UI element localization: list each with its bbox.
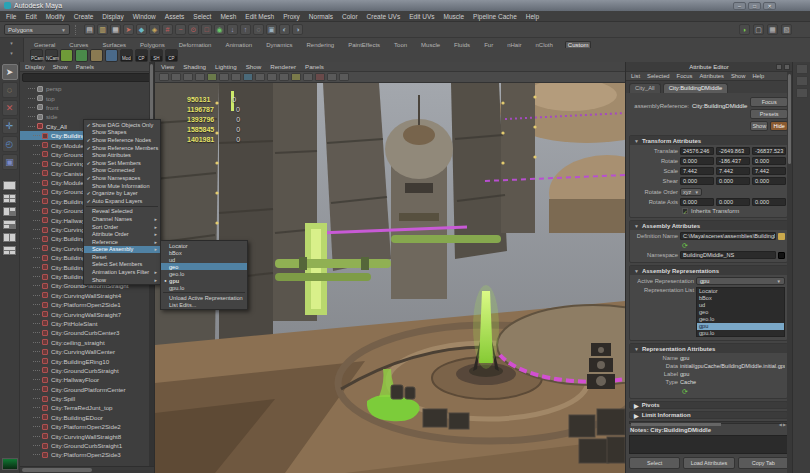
menu-item[interactable]: Create UVs bbox=[367, 13, 401, 20]
viewport-menu-item[interactable]: Shading bbox=[183, 63, 206, 70]
context-menu-item[interactable]: Show Reference Nodes bbox=[84, 136, 160, 144]
shelf-item-button[interactable]: CP bbox=[135, 49, 148, 62]
vp-isolate-select-icon[interactable] bbox=[339, 73, 349, 81]
representation-list-item[interactable]: geo.lo bbox=[697, 316, 784, 323]
outliner-row[interactable]: City:GroundCurbStraight1 bbox=[20, 441, 154, 450]
value-field-x[interactable]: 0.000 bbox=[680, 157, 714, 165]
layout-persp-graph-button[interactable] bbox=[2, 219, 17, 230]
ae-menu-item[interactable]: Focus bbox=[677, 73, 693, 79]
paint-select-tool-icon[interactable]: ✕ bbox=[2, 100, 18, 116]
context-menu-item[interactable]: Scene Assembly bbox=[84, 246, 160, 254]
attribute-editor-toggle-icon[interactable] bbox=[796, 64, 808, 74]
value-field-y[interactable]: 0.000 bbox=[716, 177, 750, 185]
outliner-row[interactable]: City:HallwayFloor bbox=[20, 375, 154, 384]
context-menu-item[interactable]: Show Connected bbox=[84, 167, 160, 175]
context-menu-item[interactable]: Show Set Members bbox=[84, 159, 160, 167]
ae-menu-item[interactable]: Show bbox=[731, 73, 746, 79]
status-icon[interactable]: ~ bbox=[175, 24, 186, 35]
menu-item[interactable]: Window bbox=[133, 13, 156, 20]
context-menu-item[interactable]: Sort Order bbox=[84, 223, 160, 231]
status-icon[interactable]: ↑ bbox=[240, 24, 251, 35]
status-icon[interactable]: ↓ bbox=[227, 24, 238, 35]
layout-four-pane-button[interactable] bbox=[2, 193, 17, 204]
menu-item[interactable]: Assets bbox=[165, 13, 185, 20]
value-field-z[interactable]: 0.000 bbox=[752, 157, 786, 165]
inherits-transform-checkbox[interactable]: ✓ bbox=[682, 208, 688, 214]
value-field-y[interactable]: 7.442 bbox=[716, 167, 750, 175]
outliner-row[interactable]: City:BuildingEDoor bbox=[20, 413, 154, 422]
submenu-item[interactable]: gpu bbox=[161, 277, 247, 284]
submenu-item[interactable]: geo.lo bbox=[161, 270, 247, 277]
ae-horizontal-scrollbar[interactable]: ◀ ▶ bbox=[629, 421, 788, 424]
outliner-menu-item[interactable]: Panels bbox=[76, 64, 94, 70]
outliner-row[interactable]: City:CurvingWallStraight4 bbox=[20, 291, 154, 300]
window-control-button[interactable]: – bbox=[733, 2, 746, 10]
value-field-x[interactable]: 7.442 bbox=[680, 167, 714, 175]
ae-footer-button[interactable]: Select bbox=[629, 457, 680, 469]
presets-button[interactable]: Presets bbox=[750, 109, 788, 119]
menu-item[interactable]: Edit Mesh bbox=[245, 13, 274, 20]
representation-list-item[interactable]: geo bbox=[697, 309, 784, 316]
context-menu-item[interactable]: Show Reference Members bbox=[84, 144, 160, 152]
pin-panel-icon[interactable] bbox=[776, 64, 782, 70]
submenu-item[interactable]: List Edits... bbox=[161, 301, 247, 308]
rotate-tool-icon[interactable]: ◴ bbox=[2, 136, 18, 152]
shelf-item-button[interactable] bbox=[90, 49, 103, 62]
representation-list-item[interactable]: bBox bbox=[697, 295, 784, 302]
outliner-horizontal-scrollbar[interactable] bbox=[20, 466, 154, 473]
representation-list-item[interactable]: Locator bbox=[697, 288, 784, 295]
menu-item[interactable]: Muscle bbox=[443, 13, 464, 20]
context-menu-item[interactable]: Reference bbox=[84, 238, 160, 246]
representation-attributes-header[interactable]: ▼ Representation Attributes bbox=[630, 344, 787, 353]
outliner-row[interactable]: City:PlatformOpen2Side1 bbox=[20, 300, 154, 309]
status-right-icon[interactable]: ▦ bbox=[767, 24, 778, 35]
outliner-row[interactable]: City:ceiling_straight bbox=[20, 338, 154, 347]
menu-item[interactable]: Modify bbox=[46, 13, 65, 20]
shelf-item-button[interactable] bbox=[105, 49, 118, 62]
rotate-axis-z[interactable]: 0.000 bbox=[752, 198, 786, 206]
context-menu-item[interactable]: Show Mute Information bbox=[84, 182, 160, 190]
status-icon[interactable]: ⊙ bbox=[188, 24, 199, 35]
shelf-item-button[interactable]: SH bbox=[150, 49, 163, 62]
shelf-tab[interactable]: Custom bbox=[565, 41, 592, 48]
scale-tool-icon[interactable]: ▣ bbox=[2, 154, 18, 170]
submenu-item[interactable]: bBox bbox=[161, 249, 247, 256]
vp-grease-pencil-icon[interactable] bbox=[231, 73, 241, 81]
ae-footer-button[interactable]: Copy Tab bbox=[738, 457, 789, 469]
status-icon[interactable]: ▤ bbox=[84, 24, 95, 35]
value-field-z[interactable]: 7.442 bbox=[752, 167, 786, 175]
ae-menu-item[interactable]: List bbox=[631, 73, 640, 79]
menu-item[interactable]: Normals bbox=[309, 13, 333, 20]
window-control-button[interactable]: □ bbox=[748, 2, 761, 10]
status-icon[interactable]: ◌ bbox=[253, 24, 264, 35]
status-icon[interactable]: ◈ bbox=[149, 24, 160, 35]
status-icon[interactable]: ◐ bbox=[279, 24, 290, 35]
outliner-row[interactable]: City:PitHoleSlant bbox=[20, 319, 154, 328]
status-icon[interactable]: ▣ bbox=[266, 24, 277, 35]
context-menu-item[interactable]: Select Set Members bbox=[84, 261, 160, 269]
rotate-axis-x[interactable]: 0.000 bbox=[680, 198, 714, 206]
vp-bookmark-icon[interactable] bbox=[195, 73, 205, 81]
notes-textarea[interactable] bbox=[629, 435, 788, 454]
menu-item[interactable]: Pipeline Cache bbox=[473, 13, 517, 20]
transform-attributes-header[interactable]: ▼ Transform Attributes bbox=[630, 136, 787, 145]
menu-item[interactable]: Edit UVs bbox=[409, 13, 434, 20]
status-icon[interactable]: ◉ bbox=[214, 24, 225, 35]
shelf-menu-arrow[interactable]: ▾▾ bbox=[0, 38, 24, 62]
outliner-row[interactable]: City:GroundCurbStraight bbox=[20, 366, 154, 375]
vp-motion-blur-icon[interactable] bbox=[315, 73, 325, 81]
shelf-item-button[interactable]: CP bbox=[165, 49, 178, 62]
vp-shadows-icon[interactable] bbox=[291, 73, 301, 81]
rotate-order-dropdown[interactable]: xyz ▼ bbox=[680, 188, 702, 196]
status-icon[interactable]: # bbox=[162, 24, 173, 35]
context-menu-item[interactable]: Show Namespaces bbox=[84, 174, 160, 182]
vp-textured-icon[interactable] bbox=[267, 73, 277, 81]
status-icon[interactable]: ▦ bbox=[110, 24, 121, 35]
browse-folder-icon[interactable] bbox=[778, 233, 785, 240]
menu-item[interactable]: Proxy bbox=[283, 13, 300, 20]
viewport-menu-item[interactable]: Show bbox=[246, 63, 261, 70]
context-menu-item[interactable]: Channel Names bbox=[84, 215, 160, 223]
context-menu-item[interactable]: Reset bbox=[84, 253, 160, 261]
outliner-row[interactable]: City:BuildingERing10 bbox=[20, 356, 154, 365]
menu-item[interactable]: Select bbox=[193, 13, 211, 20]
